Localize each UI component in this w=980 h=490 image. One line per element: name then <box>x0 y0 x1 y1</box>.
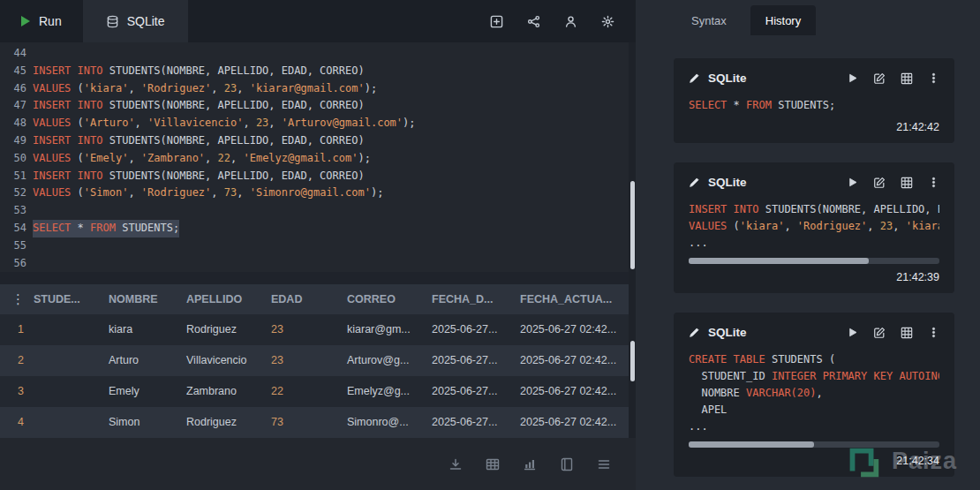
code-line[interactable]: 52VALUES ('Simon', 'Rodriguez', 73, 'Sim… <box>0 185 629 202</box>
edit-snippet-icon[interactable] <box>873 327 886 339</box>
user-icon[interactable] <box>564 15 577 28</box>
download-icon[interactable] <box>449 457 463 471</box>
code-line[interactable]: 46VALUES ('kiara', 'Rodriguez', 23, 'kia… <box>0 80 629 98</box>
edit-snippet-icon[interactable] <box>873 177 886 189</box>
column-header: CORREO <box>343 284 427 314</box>
code-text: INSERT INTO STUDENTS(NOMBRE, APELLIDO, E… <box>33 168 365 185</box>
line-number: 54 <box>0 220 26 237</box>
share-icon[interactable] <box>527 15 540 28</box>
line-number: 45 <box>0 63 26 80</box>
table-cell: 23 <box>267 345 343 376</box>
code-area: 4445INSERT INTO STUDENTS(NOMBRE, APELLID… <box>0 45 629 272</box>
table-cell: 2025-06-27 02:42... <box>516 407 629 438</box>
table-scrollbar-thumb[interactable] <box>630 341 635 381</box>
vertical-scrollbar-track[interactable] <box>629 42 636 438</box>
card-h-scrollbar-thumb[interactable] <box>689 441 814 448</box>
table-row: 3EmelyZambrano22Emelyz@g...2025-06-27...… <box>0 376 629 407</box>
card-h-scrollbar[interactable] <box>689 441 939 448</box>
run-snippet-icon[interactable] <box>847 177 858 188</box>
settings-icon[interactable] <box>601 15 614 28</box>
column-header: NOMBRE <box>104 284 182 314</box>
chart-icon[interactable] <box>523 457 537 471</box>
editor-topbar: Run SQLite <box>0 0 636 42</box>
history-card[interactable]: SQLite INSERT INTO STUDENTS(NOMBRE, APE <box>674 162 954 293</box>
run-button-label: Run <box>39 14 62 28</box>
code-text: VALUES ('Arturo', 'Villavicencio', 23, '… <box>33 115 416 132</box>
editor-scrollbar-thumb[interactable] <box>630 181 635 269</box>
table-cell: Simonro@... <box>343 407 427 438</box>
run-snippet-icon[interactable] <box>847 72 858 84</box>
code-line[interactable]: 48VALUES ('Arturo', 'Villavicencio', 23,… <box>0 115 629 132</box>
card-code-line: VALUES ('kiara', 'Rodriguez', 23, 'kiara… <box>689 218 939 235</box>
kebab-menu-icon[interactable] <box>928 72 939 84</box>
table-cell: Arturov@g... <box>343 345 427 376</box>
code-line[interactable]: 54SELECT * FROM STUDENTS; <box>0 220 629 237</box>
tab-syntax[interactable]: Syntax <box>676 5 742 35</box>
history-card[interactable]: SQLite SELECT * FROM STUDENTS; <box>674 58 954 143</box>
card-code-line: STUDENT_ID INTEGER PRIMARY KEY AUTOINCRE… <box>689 368 939 385</box>
tab-syntax-label: Syntax <box>691 14 727 27</box>
tab-history[interactable]: History <box>750 5 816 35</box>
table-row: 2ArturoVillavicencio23Arturov@g...2025-0… <box>0 345 629 376</box>
code-line[interactable]: 44 <box>0 45 629 63</box>
row-menu-icon[interactable]: ⋮ <box>11 284 25 314</box>
notebook-icon[interactable] <box>560 457 574 471</box>
run-button[interactable]: Run <box>0 0 83 42</box>
add-icon[interactable] <box>490 15 503 28</box>
history-card[interactable]: SQLite CREATE TABLE STUDENTS ( STUDENT <box>674 313 954 477</box>
table-cell: 2025-06-27 02:42... <box>516 314 629 345</box>
kebab-menu-icon[interactable] <box>928 327 939 338</box>
code-line[interactable]: 45INSERT INTO STUDENTS(NOMBRE, APELLIDO,… <box>0 63 629 80</box>
table-cell: 3 <box>0 376 104 407</box>
table-cell: Emelyz@g... <box>343 376 427 407</box>
code-editor[interactable]: 4445INSERT INTO STUDENTS(NOMBRE, APELLID… <box>0 42 629 272</box>
table-cell: Rodriguez <box>182 314 267 345</box>
history-card-actions <box>847 177 939 189</box>
results-header: ⋮STUDE...NOMBREAPELLIDOEDADCORREOFECHA_D… <box>0 284 629 314</box>
history-card-title: SQLite <box>708 326 747 339</box>
history-card-actions <box>847 327 939 339</box>
table-cell: 2025-06-27... <box>427 376 516 407</box>
play-icon <box>21 16 30 26</box>
column-header-label: STUDE... <box>34 284 80 314</box>
code-line[interactable]: 56 <box>0 255 629 272</box>
code-line[interactable]: 50VALUES ('Emely', 'Zambrano', 22, 'Emel… <box>0 150 629 168</box>
code-text: INSERT INTO STUDENTS(NOMBRE, APELLIDO, E… <box>33 132 365 150</box>
line-number: 55 <box>0 237 26 255</box>
code-line[interactable]: 47INSERT INTO STUDENTS(NOMBRE, APELLIDO,… <box>0 97 629 115</box>
code-line[interactable]: 53 <box>0 202 629 220</box>
table-cell: Rodriguez <box>182 407 267 438</box>
table-cell: 2025-06-27... <box>427 345 516 376</box>
history-card-time: 21:42:42 <box>689 121 939 133</box>
code-line[interactable]: 55 <box>0 237 629 255</box>
card-code-line: NOMBRE VARCHAR(20), <box>689 385 939 402</box>
table-cell: 2025-06-27... <box>427 407 516 438</box>
table-icon[interactable] <box>486 457 500 471</box>
history-card-code: CREATE TABLE STUDENTS ( STUDENT_ID INTEG… <box>689 351 939 435</box>
tab-sqlite[interactable]: SQLite <box>83 0 188 42</box>
table-cell: Villavicencio <box>182 345 267 376</box>
table-cell: 2025-06-27 02:42... <box>516 345 629 376</box>
history-card-header: SQLite <box>689 326 939 339</box>
table-cell: Emely <box>104 376 182 407</box>
code-line[interactable]: 51INSERT INTO STUDENTS(NOMBRE, APELLIDO,… <box>0 168 629 185</box>
line-number: 46 <box>0 80 26 98</box>
table-cell: 4 <box>0 407 104 438</box>
card-h-scrollbar-thumb[interactable] <box>689 258 869 264</box>
history-card-actions <box>847 72 939 85</box>
grid-icon[interactable] <box>901 72 913 85</box>
history-card-time: 21:42:34 <box>689 455 939 467</box>
code-line[interactable]: 49INSERT INTO STUDENTS(NOMBRE, APELLIDO,… <box>0 132 629 150</box>
line-number: 50 <box>0 150 26 168</box>
column-header: FECHA_ACTUA... <box>516 284 629 314</box>
kebab-menu-icon[interactable] <box>928 177 939 188</box>
card-code-line: SELECT * FROM STUDENTS; <box>689 97 939 114</box>
card-h-scrollbar[interactable] <box>689 258 939 264</box>
grid-icon[interactable] <box>901 327 913 339</box>
edit-snippet-icon[interactable] <box>873 72 886 85</box>
grid-icon[interactable] <box>901 177 913 189</box>
run-snippet-icon[interactable] <box>847 327 858 338</box>
tab-sqlite-label: SQLite <box>127 14 165 28</box>
card-code-line: ... <box>689 418 939 435</box>
menu-icon[interactable] <box>597 457 611 471</box>
